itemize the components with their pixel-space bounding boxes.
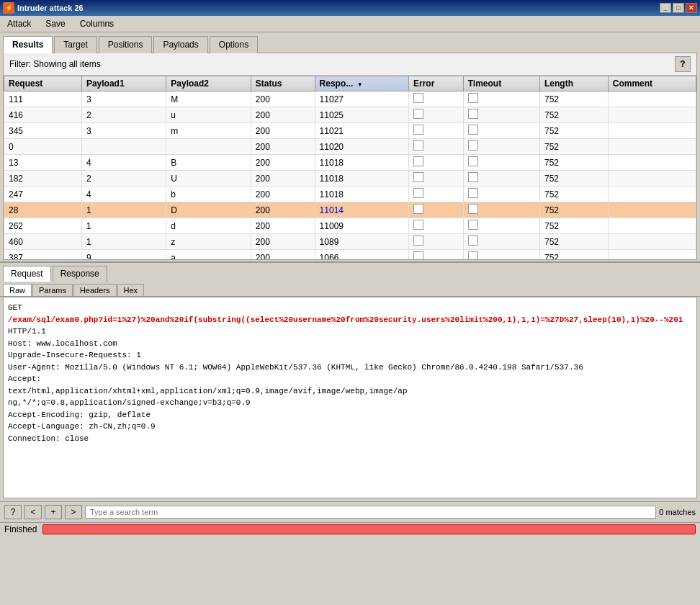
tab-payloads[interactable]: Payloads [153,36,207,53]
timeout-checkbox[interactable] [468,236,478,246]
request-user-agent: User-Agent: Mozilla/5.0 (Windows NT 6.1;… [8,362,692,374]
help-toolbar-button[interactable]: ? [4,505,22,519]
add-button[interactable]: + [45,505,62,519]
results-table-wrapper: Request Payload1 Payload2 Status Respo..… [4,76,696,259]
request-line-url: /exam/sql/exam0.php?id=1%27)%20and%20if(… [8,314,692,338]
error-checkbox[interactable] [413,156,423,166]
timeout-checkbox[interactable] [468,125,478,135]
col-payload1[interactable]: Payload1 [81,76,166,91]
results-section: Filter: Showing all items ? Request Payl… [3,53,697,260]
timeout-checkbox[interactable] [468,220,478,230]
prev-button[interactable]: < [24,505,42,519]
error-checkbox[interactable] [413,188,423,198]
status-progress-bar [42,524,696,534]
filter-text: Filter: Showing all items [9,59,101,69]
error-checkbox[interactable] [413,220,423,230]
col-status[interactable]: Status [251,76,315,91]
results-table: Request Payload1 Payload2 Status Respo..… [4,76,696,259]
subtab-hex[interactable]: Hex [117,284,145,296]
error-checkbox[interactable] [413,109,423,119]
table-row[interactable]: 4162u20011025752 [4,107,696,123]
request-upgrade: Upgrade-Insecure-Requests: 1 [8,349,692,362]
request-line-method: GET [8,302,692,314]
col-length[interactable]: Length [539,76,608,91]
subtab-params[interactable]: Params [32,284,73,296]
request-host: Host: www.localhost.com [8,338,692,350]
col-timeout[interactable]: Timeout [463,76,539,91]
request-accept-label: Accept: [8,373,692,385]
table-row[interactable]: 281D20011014752 [4,202,696,218]
status-text: Finished [4,524,37,534]
timeout-checkbox[interactable] [468,109,478,119]
maximize-button[interactable]: □ [673,3,684,13]
request-encoding: Accept-Encoding: gzip, deflate [8,409,692,421]
status-bar: Finished [0,522,700,536]
error-checkbox[interactable] [413,140,423,151]
table-row[interactable]: 1113M20011027752 [4,91,696,107]
inner-tab-bar: Request Response [0,263,700,282]
app-icon: ⚡ [3,2,14,14]
table-row[interactable]: 3879a2001066752 [4,250,696,260]
table-row[interactable]: 1822U20011018752 [4,171,696,187]
tab-options[interactable]: Options [210,36,258,53]
tab-response[interactable]: Response [53,266,107,282]
table-row[interactable]: 2474b20011018752 [4,187,696,202]
request-accept-value2: ng,*/*;q=0.8,application/signed-exchange… [8,397,692,409]
help-button[interactable]: ? [675,56,691,72]
timeout-checkbox[interactable] [468,204,478,214]
col-error[interactable]: Error [409,76,464,91]
menu-attack[interactable]: Attack [3,17,35,30]
close-button[interactable]: ✕ [686,3,697,13]
subtab-raw[interactable]: Raw [3,284,32,296]
col-response[interactable]: Respo... ▼ [315,76,408,91]
request-connection: Connection: close [8,433,692,445]
sort-arrow-icon: ▼ [357,81,363,88]
window-title: Intruder attack 26 [17,4,84,12]
tab-results[interactable]: Results [3,36,53,53]
next-button[interactable]: > [65,505,82,519]
table-row[interactable]: 134B20011018752 [4,155,696,171]
tab-target[interactable]: Target [54,36,97,53]
table-row[interactable]: 4601z2001089752 [4,234,696,250]
sub-tab-bar: Raw Params Headers Hex [0,282,700,297]
col-comment[interactable]: Comment [608,76,696,91]
col-request[interactable]: Request [4,76,82,91]
table-row[interactable]: 2621d20011009752 [4,218,696,234]
error-checkbox[interactable] [413,251,423,259]
timeout-checkbox[interactable] [468,140,478,151]
timeout-checkbox[interactable] [468,251,478,259]
table-row[interactable]: 020011020752 [4,139,696,155]
request-language: Accept-Language: zh-CN,zh;q=0.9 [8,421,692,433]
filter-bar: Filter: Showing all items ? [4,53,696,76]
timeout-checkbox[interactable] [468,188,478,198]
main-tab-bar: Results Target Positions Payloads Option… [0,32,700,53]
menu-bar: Attack Save Columns [0,16,700,32]
search-input[interactable] [85,506,656,519]
menu-save[interactable]: Save [41,17,69,30]
tab-positions[interactable]: Positions [99,36,153,53]
error-checkbox[interactable] [413,172,423,182]
bottom-panel: Request Response Raw Params Headers Hex … [0,261,700,498]
menu-columns[interactable]: Columns [76,17,118,30]
matches-label: 0 matches [659,508,696,516]
error-checkbox[interactable] [413,125,423,135]
col-payload2[interactable]: Payload2 [166,76,251,91]
error-checkbox[interactable] [413,93,423,103]
minimize-button[interactable]: _ [660,3,671,13]
bottom-toolbar: ? < + > 0 matches [0,501,700,522]
request-content: GET /exam/sql/exam0.php?id=1%27)%20and%2… [3,297,697,498]
timeout-checkbox[interactable] [468,172,478,182]
window-controls[interactable]: _ □ ✕ [660,3,697,13]
error-checkbox[interactable] [413,204,423,214]
title-bar: ⚡ Intruder attack 26 _ □ ✕ [0,0,700,16]
table-row[interactable]: 3453m20011021752 [4,123,696,139]
timeout-checkbox[interactable] [468,156,478,166]
error-checkbox[interactable] [413,236,423,246]
request-accept-value: text/html,application/xhtml+xml,applicat… [8,385,692,398]
subtab-headers[interactable]: Headers [73,284,117,296]
timeout-checkbox[interactable] [468,93,478,103]
tab-request[interactable]: Request [3,266,51,282]
